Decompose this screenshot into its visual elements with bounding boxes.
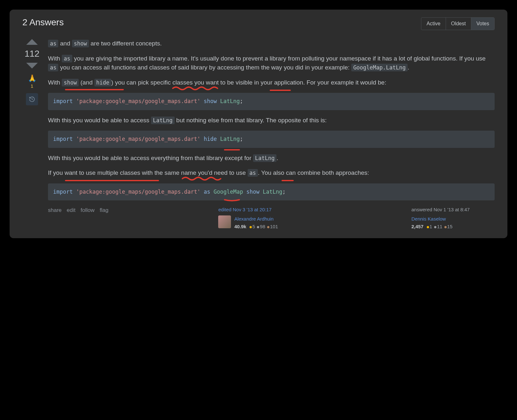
code-inline: show: [72, 40, 89, 47]
answers-title: 2 Answers: [22, 17, 64, 28]
author-rep: 2,45711115: [411, 223, 452, 230]
gold-badge-icon: [250, 226, 252, 228]
avatar[interactable]: [218, 215, 231, 228]
paragraph: as and show are two different concepts.: [48, 39, 495, 48]
timeline-button[interactable]: [26, 93, 38, 105]
sort-active[interactable]: Active: [421, 18, 446, 30]
upvote-icon[interactable]: [26, 39, 38, 45]
code-inline: as: [62, 55, 72, 62]
code-block: import 'package:google_maps/google_maps.…: [48, 131, 495, 148]
answers-panel: 2 Answers Active Oldest Votes 112 🙏 1 as…: [10, 10, 507, 238]
bronze-badge-icon: [267, 226, 269, 228]
silver-badge-icon: [257, 226, 259, 228]
code-inline: as: [48, 64, 58, 71]
silver-badge-icon: [434, 226, 436, 228]
paragraph: With as you are giving the imported libr…: [48, 54, 495, 72]
sort-votes[interactable]: Votes: [471, 18, 494, 30]
history-icon: [29, 96, 35, 102]
code-inline: as: [248, 169, 258, 177]
code-inline: show: [62, 79, 79, 86]
sort-oldest[interactable]: Oldest: [446, 18, 471, 30]
follow-link[interactable]: follow: [81, 206, 94, 214]
gold-badge-icon: [427, 226, 429, 228]
paragraph: If you want to use multiple classes with…: [48, 168, 495, 178]
answered-timestamp: answered Nov 1 '13 at 8:47: [411, 206, 495, 214]
code-inline: hide: [94, 79, 111, 86]
code-inline: GoogleMap.LatLng: [351, 64, 408, 71]
code-inline: LatLng: [151, 117, 174, 124]
answer-body: as and show are two different concepts. …: [48, 39, 495, 230]
bounty-icon[interactable]: 🙏: [28, 74, 36, 83]
paragraph: With show (and hide) you can pick specif…: [48, 78, 495, 87]
bounty-count: 1: [31, 83, 33, 89]
share-link[interactable]: share: [48, 206, 62, 214]
author-name[interactable]: Dennis Kaselow: [411, 215, 452, 223]
action-links: share edit follow flag: [48, 206, 108, 214]
downvote-icon[interactable]: [26, 63, 38, 69]
code-inline: as: [48, 40, 58, 47]
vote-score: 112: [25, 49, 40, 59]
flag-link[interactable]: flag: [99, 206, 108, 214]
answer-footer: share edit follow flag edited Nov 3 '13 …: [48, 206, 495, 230]
editor-name[interactable]: Alexandre Ardhuin: [234, 215, 278, 223]
answer: 112 🙏 1 as and show are two different co…: [22, 39, 495, 230]
code-inline: LatLng: [253, 154, 276, 162]
sort-tabs: Active Oldest Votes: [421, 17, 495, 30]
code-block: import 'package:google_maps/google_maps.…: [48, 183, 495, 201]
edit-link[interactable]: edit: [67, 206, 76, 214]
code-block: import 'package:google_maps/google_maps.…: [48, 93, 495, 110]
editor-card: edited Nov 3 '13 at 20:17 Alexandre Ardh…: [218, 206, 301, 230]
edited-timestamp[interactable]: edited Nov 3 '13 at 20:17: [218, 206, 301, 214]
vote-column: 112 🙏 1: [22, 39, 42, 230]
paragraph: With this you would be able to access ev…: [48, 154, 495, 163]
answers-header: 2 Answers Active Oldest Votes: [22, 17, 495, 30]
bronze-badge-icon: [444, 226, 447, 228]
editor-rep: 40.9k598101: [234, 223, 278, 230]
paragraph: With this you would be able to access La…: [48, 116, 495, 125]
author-card: answered Nov 1 '13 at 8:47 Dennis Kaselo…: [411, 206, 495, 230]
